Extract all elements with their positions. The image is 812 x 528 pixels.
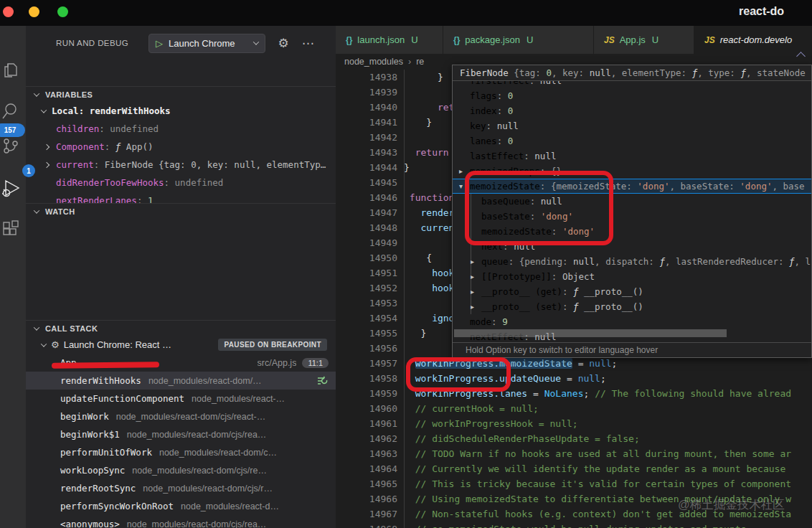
scope-label: Local: renderWithHooks bbox=[52, 105, 171, 116]
variable-row[interactable]: didRenderTooFewHooks: undefined bbox=[26, 174, 336, 192]
hover-property-row[interactable]: ▾memoizedState: {memoizedState: 'dong', … bbox=[453, 179, 812, 194]
chevron-down-icon[interactable]: ▾ bbox=[459, 182, 470, 190]
line-number: 14968 bbox=[336, 522, 397, 528]
hover-property-row[interactable]: key: null bbox=[453, 118, 812, 133]
close-window-button[interactable] bbox=[3, 6, 14, 17]
chevron-right-icon[interactable]: ▸ bbox=[471, 288, 481, 296]
stack-frame[interactable]: performUnitOfWorknode_modules/react-dom/… bbox=[26, 443, 336, 461]
property-name: lanes bbox=[470, 136, 497, 146]
code-line[interactable]: 14962 // didScheduleRenderPhaseUpdate = … bbox=[336, 431, 812, 446]
debug-session-row[interactable]: ⚙ Launch Chrome: React … PAUSED ON BREAK… bbox=[26, 336, 336, 354]
hover-property-row[interactable]: lanes: 0 bbox=[453, 133, 812, 148]
breadcrumb-root[interactable]: node_modules bbox=[344, 57, 403, 67]
search-icon[interactable] bbox=[1, 100, 21, 121]
chevron-right-icon[interactable]: ▸ bbox=[471, 303, 481, 311]
hover-property-row[interactable]: memoizedState: 'dong' bbox=[453, 224, 812, 239]
run-and-debug-icon[interactable] bbox=[1, 178, 21, 198]
hover-property-row[interactable]: next: null bbox=[453, 239, 812, 254]
colon: : bbox=[486, 121, 497, 131]
window-title: react-do bbox=[739, 5, 784, 18]
hover-object-preview[interactable]: FiberNode {tag: 0, key: null, elementTyp… bbox=[453, 65, 811, 81]
code-line[interactable]: 14958 workInProgress.updateQueue = null; bbox=[336, 371, 812, 386]
line-number: 14966 bbox=[336, 491, 397, 506]
token: , lastRenderedReducer: bbox=[665, 256, 789, 267]
tab-react-dom.develo[interactable]: JSreact-dom.develo bbox=[694, 26, 812, 54]
variable-row[interactable]: nextRenderLanes: 1 bbox=[26, 192, 336, 203]
variables-section-header[interactable]: VARIABLES bbox=[26, 86, 336, 102]
variables-scope-row[interactable]: Local: renderWithHooks bbox=[26, 102, 336, 120]
hover-property-row[interactable]: ▸queue: {pending: null, dispatch: ƒ, las… bbox=[453, 254, 812, 269]
frame-path: src/App.js bbox=[258, 358, 297, 368]
code-line[interactable]: 14964 // Currently we will identify the … bbox=[336, 461, 812, 476]
line-content: workInProgress.lanes = NoLanes; // The f… bbox=[404, 386, 812, 401]
token: __proto__() bbox=[578, 301, 643, 312]
minimize-window-button[interactable] bbox=[29, 6, 39, 17]
variable-row[interactable]: children: undefined bbox=[26, 120, 336, 138]
code-line[interactable]: 14961 // workInProgressHook = null; bbox=[336, 416, 812, 431]
frame-location: src/App.js11:1 bbox=[77, 358, 329, 368]
token bbox=[404, 147, 415, 158]
code-line[interactable]: 14965 // This is tricky because it's val… bbox=[336, 476, 812, 491]
code-line[interactable]: 14966 // Using memoizedState to differen… bbox=[336, 491, 812, 506]
chevron-right-icon[interactable]: ▸ bbox=[459, 167, 470, 175]
line-content: workInProgress.memoizedState = null; bbox=[404, 356, 812, 371]
stack-frame[interactable]: updateFunctionComponentnode_modules/reac… bbox=[26, 390, 336, 407]
horizontal-scrollbar[interactable] bbox=[454, 329, 727, 337]
stack-frame[interactable]: renderWithHooksnode_modules/react-dom/… bbox=[26, 372, 336, 390]
token: ƒ bbox=[740, 67, 746, 78]
token: , type: bbox=[697, 67, 740, 78]
code-line[interactable]: 14960 // currentHook = null; bbox=[336, 401, 812, 416]
line-number: 14941 bbox=[336, 115, 397, 130]
stack-frame[interactable]: beginWorknode_modules/react-dom/cjs/reac… bbox=[26, 407, 336, 425]
hover-property-row[interactable]: mode: 9 bbox=[453, 314, 812, 329]
stack-frame[interactable]: beginWork$1node_modules/react-dom/cjs/re… bbox=[26, 425, 336, 443]
hover-property-row[interactable]: ▸__proto__ (set): ƒ __proto__() bbox=[453, 299, 812, 314]
explorer-icon[interactable] bbox=[1, 60, 21, 80]
colon: : bbox=[503, 241, 514, 252]
hover-property-row[interactable]: ▸__proto__ (get): ƒ __proto__() bbox=[453, 284, 812, 299]
tab-launch.json[interactable]: {}launch.jsonU bbox=[336, 26, 443, 54]
line-number: 14961 bbox=[336, 416, 397, 431]
hover-property-row[interactable]: baseState: 'dong' bbox=[453, 209, 812, 224]
property-name: index bbox=[470, 105, 497, 116]
more-actions-icon[interactable]: ⋯ bbox=[302, 36, 314, 51]
hover-property-row[interactable]: lastEffect: null bbox=[453, 148, 812, 164]
stack-frame[interactable]: <anonymous>node_modules/react-dom/cjs/re… bbox=[26, 515, 336, 528]
debug-session-label: Launch Chrome: React … bbox=[64, 339, 171, 350]
line-number: 14960 bbox=[336, 401, 397, 416]
hover-property-row[interactable]: ▸memoizedProps: {} bbox=[453, 164, 812, 179]
stack-frame[interactable]: performSyncWorkOnRootnode_modules/react-… bbox=[26, 497, 336, 515]
launch-config-dropdown[interactable]: ▷ Launch Chrome bbox=[148, 34, 265, 53]
hover-property-row[interactable]: index: 0 bbox=[453, 103, 812, 118]
breadcrumb-item[interactable]: re bbox=[416, 57, 424, 67]
restart-frame-icon[interactable] bbox=[317, 375, 329, 387]
stack-frame[interactable]: Appsrc/App.js11:1 bbox=[26, 354, 336, 372]
chevron-right-icon[interactable]: ▸ bbox=[471, 273, 481, 280]
token: ; bbox=[612, 358, 618, 369]
chevron-right-icon[interactable]: ▸ bbox=[471, 258, 481, 265]
extensions-icon[interactable] bbox=[1, 220, 21, 240]
line-number: 14959 bbox=[336, 386, 397, 401]
maximize-window-button[interactable] bbox=[57, 6, 68, 17]
watch-section-header[interactable]: WATCH bbox=[26, 203, 336, 219]
code-line[interactable]: 14963 // TODO Warn if no hooks are used … bbox=[336, 446, 812, 461]
code-line[interactable]: 14968 // so memoizedState would be null … bbox=[336, 522, 812, 528]
hover-property-row[interactable]: flags: 0 bbox=[453, 88, 812, 103]
hover-property-row[interactable]: baseQueue: null bbox=[453, 194, 812, 209]
line-number: 14938 bbox=[336, 70, 397, 85]
code-line[interactable]: 14959 workInProgress.lanes = NoLanes; //… bbox=[336, 386, 812, 401]
source-control-icon[interactable] bbox=[1, 136, 21, 156]
call-stack-section-header[interactable]: CALL STACK bbox=[26, 320, 336, 336]
start-debug-icon[interactable]: ▷ bbox=[156, 38, 163, 49]
hover-property-row[interactable]: ▸[[Prototype]]: Object bbox=[453, 269, 812, 284]
code-line[interactable]: 14967 // Non-stateful hooks (e.g. contex… bbox=[336, 506, 812, 522]
variable-row[interactable]: current: FiberNode {tag: 0, key: null, e… bbox=[26, 156, 336, 174]
stack-frame[interactable]: workLoopSyncnode_modules/react-dom/cjs/r… bbox=[26, 461, 336, 479]
tab-package.json[interactable]: {}package.jsonU bbox=[443, 26, 594, 54]
tab-App.js[interactable]: JSApp.jsU bbox=[594, 26, 694, 54]
code-line[interactable]: 14957 workInProgress.memoizedState = nul… bbox=[336, 356, 812, 371]
stack-frame[interactable]: renderRootSyncnode_modules/react-dom/cjs… bbox=[26, 479, 336, 497]
variable-row[interactable]: Component: ƒ App() bbox=[26, 138, 336, 156]
debug-settings-gear-icon[interactable]: ⚙ bbox=[278, 36, 289, 51]
line-content: workInProgress.updateQueue = null; bbox=[404, 371, 812, 386]
